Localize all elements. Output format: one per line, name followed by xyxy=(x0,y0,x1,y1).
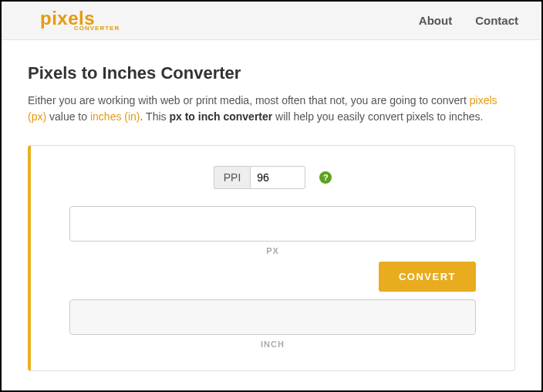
px-label: PX xyxy=(69,246,476,255)
content: Pixels to Inches Converter Either you ar… xyxy=(2,40,541,371)
inch-output[interactable] xyxy=(69,299,476,335)
converter-card: PPI ? PX CONVERT INCH xyxy=(28,145,515,371)
convert-row: CONVERT xyxy=(69,262,476,292)
header: pixels CONVERTER About Contact xyxy=(2,2,541,40)
ppi-label: PPI xyxy=(214,166,251,189)
logo[interactable]: pixels CONVERTER xyxy=(40,9,120,32)
inch-field: INCH xyxy=(69,299,476,349)
ppi-row: PPI ? xyxy=(69,166,476,189)
nav: About Contact xyxy=(419,14,518,27)
ppi-input[interactable] xyxy=(250,166,305,189)
px-input[interactable] xyxy=(69,206,476,242)
nav-about[interactable]: About xyxy=(419,14,452,27)
intro-seg: value to xyxy=(46,110,90,123)
intro-bold: px to inch converter xyxy=(169,110,272,123)
intro-seg: will help you easily convert pixels to i… xyxy=(272,110,483,123)
inch-label: INCH xyxy=(69,340,476,349)
intro-seg: Either you are working with web or print… xyxy=(28,94,470,106)
help-icon[interactable]: ? xyxy=(319,171,332,184)
intro-text: Either you are working with web or print… xyxy=(28,93,515,125)
inches-link[interactable]: inches (in) xyxy=(90,110,140,123)
convert-button[interactable]: CONVERT xyxy=(379,262,476,292)
intro-seg: . This xyxy=(140,110,170,123)
nav-contact[interactable]: Contact xyxy=(475,14,518,27)
px-field: PX xyxy=(69,206,476,255)
logo-sub-text: CONVERTER xyxy=(74,25,120,32)
page-title: Pixels to Inches Converter xyxy=(28,63,515,83)
